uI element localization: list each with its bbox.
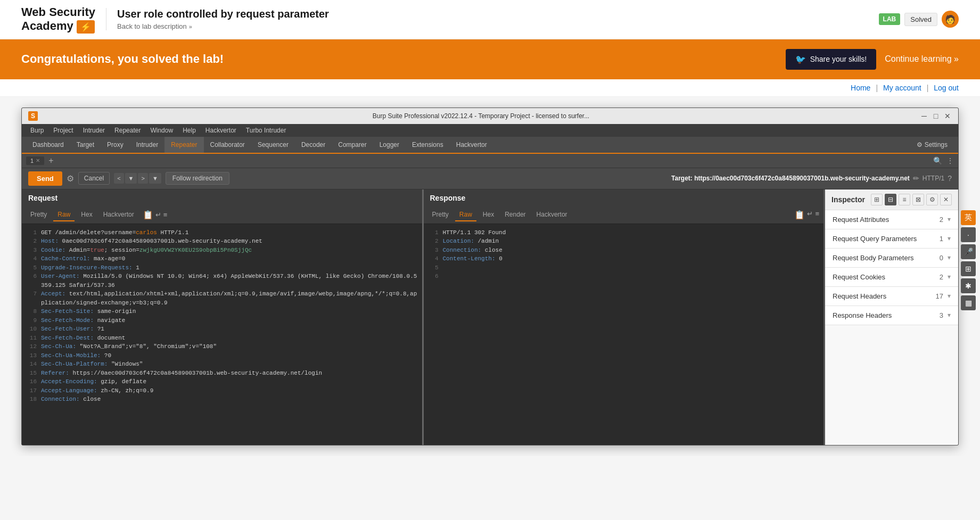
req-more-icon[interactable]: ≡ xyxy=(163,211,168,219)
tab-add-button[interactable]: + xyxy=(46,156,55,166)
tab-comparer[interactable]: Comparer xyxy=(332,137,373,154)
req-copy-icon[interactable]: 📋 xyxy=(143,210,153,220)
minimize-button[interactable]: ─ xyxy=(920,112,928,120)
continue-learning-link[interactable]: Continue learning » xyxy=(885,54,959,64)
tab-target[interactable]: Target xyxy=(70,137,101,154)
menu-turbo-intruder[interactable]: Turbo Intruder xyxy=(242,125,291,136)
inspector-row[interactable]: Request Headers17▾ xyxy=(825,287,958,306)
res-wrap-icon[interactable]: ↵ xyxy=(807,210,813,220)
help-icon[interactable]: ? xyxy=(948,174,952,183)
req-tab-hackvertor[interactable]: Hackvertor xyxy=(99,209,138,221)
edge-tool-4[interactable]: ⊞ xyxy=(961,261,976,276)
next-arrow-dropdown[interactable]: ▼ xyxy=(149,173,161,184)
res-tab-raw[interactable]: Raw xyxy=(455,209,476,221)
chevron-down-icon: ▾ xyxy=(948,273,951,280)
inspector-rows-container: Request Attributes2▾Request Query Parame… xyxy=(825,210,958,325)
inspector-row[interactable]: Request Query Parameters1▾ xyxy=(825,229,958,249)
response-header: Response xyxy=(424,189,824,207)
inspector-settings-btn[interactable]: ⚙ xyxy=(926,194,938,205)
tab-settings[interactable]: ⚙ Settings xyxy=(910,137,954,154)
request-line: 11Sec-Fetch-Dest: document xyxy=(26,334,418,343)
nav-my-account[interactable]: My account xyxy=(883,84,921,92)
menu-burp[interactable]: Burp xyxy=(26,125,48,136)
request-panel-header: Request xyxy=(22,189,422,207)
response-code-area[interactable]: 1HTTP/1.1 302 Found2Location: /admin3Con… xyxy=(424,224,824,445)
response-line: 5 xyxy=(428,263,820,273)
response-line: 4Content-Length: 0 xyxy=(428,254,820,263)
tab-search-icon[interactable]: 🔍 xyxy=(933,156,942,165)
window-controls: ─ □ ✕ xyxy=(920,112,952,120)
res-tab-pretty[interactable]: Pretty xyxy=(428,209,453,221)
next-arrow[interactable]: > xyxy=(138,173,147,184)
tab-intruder[interactable]: Intruder xyxy=(130,137,164,154)
inspector-close-btn[interactable]: ✕ xyxy=(940,194,952,205)
nav-home[interactable]: Home xyxy=(851,84,870,92)
banner-right: 🐦 Share your skills! Continue learning » xyxy=(786,49,959,70)
follow-redirection-button[interactable]: Follow redirection xyxy=(166,172,229,185)
inspector-row[interactable]: Request Attributes2▾ xyxy=(825,210,958,229)
tab-extensions[interactable]: Extensions xyxy=(406,137,450,154)
lab-subtitle: Back to lab description » xyxy=(117,22,329,30)
tab-close-icon[interactable]: ✕ xyxy=(36,158,40,163)
edge-tool-2[interactable]: · xyxy=(961,227,976,242)
burp-menubar: Burp Project Intruder Repeater Window He… xyxy=(22,124,958,137)
nav-log-out[interactable]: Log out xyxy=(934,84,959,92)
res-tab-hex[interactable]: Hex xyxy=(479,209,498,221)
tab-dashboard[interactable]: Dashboard xyxy=(26,137,70,154)
request-code-area[interactable]: 1GET /admin/delete?username=carlos HTTP/… xyxy=(22,224,422,445)
back-to-lab-link[interactable]: Back to lab description xyxy=(117,22,187,30)
congratulations-banner: Congratulations, you solved the lab! 🐦 S… xyxy=(0,39,980,79)
menu-repeater[interactable]: Repeater xyxy=(110,125,145,136)
tab-collaborator[interactable]: Collaborator xyxy=(204,137,251,154)
tab-more-icon[interactable]: ⋮ xyxy=(946,156,954,165)
tab-1[interactable]: 1 ✕ xyxy=(26,156,44,165)
banner-text: Congratulations, you solved the lab! xyxy=(21,52,224,66)
request-line: 9Sec-Fetch-Mode: navigate xyxy=(26,316,418,325)
back-chevron: » xyxy=(189,23,192,30)
menu-intruder[interactable]: Intruder xyxy=(79,125,109,136)
request-line: 17Accept-Language: zh-CN, zh;q=0.9 xyxy=(26,386,418,395)
tab-sequencer[interactable]: Sequencer xyxy=(251,137,295,154)
edit-url-icon[interactable]: ✏ xyxy=(913,174,919,183)
tab-hackvertor2[interactable]: Hackvertor xyxy=(450,137,493,154)
send-button[interactable]: Send xyxy=(28,171,62,186)
share-skills-button[interactable]: 🐦 Share your skills! xyxy=(786,49,877,70)
menu-hackvertor[interactable]: Hackvertor xyxy=(201,125,241,136)
tab-decoder[interactable]: Decoder xyxy=(295,137,332,154)
inspector-align-btn[interactable]: ≡ xyxy=(899,194,910,205)
inspector-view-btn-1[interactable]: ⊞ xyxy=(871,194,883,205)
res-copy-icon[interactable]: 📋 xyxy=(794,210,805,220)
res-more-icon[interactable]: ≡ xyxy=(815,210,819,220)
tab-logger[interactable]: Logger xyxy=(373,137,406,154)
res-tab-hackvertor[interactable]: Hackvertor xyxy=(532,209,572,221)
inspector-split-btn[interactable]: ⊠ xyxy=(912,194,924,205)
tab-repeater[interactable]: Repeater xyxy=(164,137,203,154)
inspector-row[interactable]: Response Headers3▾ xyxy=(825,306,958,325)
req-tab-hex[interactable]: Hex xyxy=(77,209,96,221)
req-tab-raw[interactable]: Raw xyxy=(53,209,75,221)
inspector-row[interactable]: Request Cookies2▾ xyxy=(825,268,958,287)
menu-window[interactable]: Window xyxy=(146,125,177,136)
close-button[interactable]: ✕ xyxy=(943,112,952,120)
lab-title: User role controlled by request paramete… xyxy=(117,8,329,20)
settings-icon[interactable]: ⚙ xyxy=(67,174,74,184)
prev-arrow[interactable]: < xyxy=(114,173,123,184)
tab-proxy[interactable]: Proxy xyxy=(101,137,130,154)
req-wrap-icon[interactable]: ↵ xyxy=(155,211,161,219)
edge-tool-1[interactable]: 英 xyxy=(961,210,976,225)
edge-tool-5[interactable]: ✱ xyxy=(961,278,976,293)
tab-number-label: 1 xyxy=(30,158,34,164)
maximize-button[interactable]: □ xyxy=(932,112,940,120)
menu-help[interactable]: Help xyxy=(178,125,200,136)
inspector-view-btn-2[interactable]: ⊟ xyxy=(885,194,896,205)
req-tab-pretty[interactable]: Pretty xyxy=(26,209,51,221)
inspector-row[interactable]: Request Body Parameters0▾ xyxy=(825,249,958,268)
edge-tool-3[interactable]: 🎤 xyxy=(961,244,976,259)
menu-project[interactable]: Project xyxy=(49,125,77,136)
lab-badge: LAB xyxy=(879,13,901,25)
arrow-dropdown[interactable]: ▼ xyxy=(125,173,137,184)
burp-window: S Burp Suite Professional v2022.12.4 - T… xyxy=(21,108,959,445)
cancel-button[interactable]: Cancel xyxy=(78,172,110,185)
edge-tool-6[interactable]: ▦ xyxy=(961,295,976,310)
res-tab-render[interactable]: Render xyxy=(500,209,530,221)
